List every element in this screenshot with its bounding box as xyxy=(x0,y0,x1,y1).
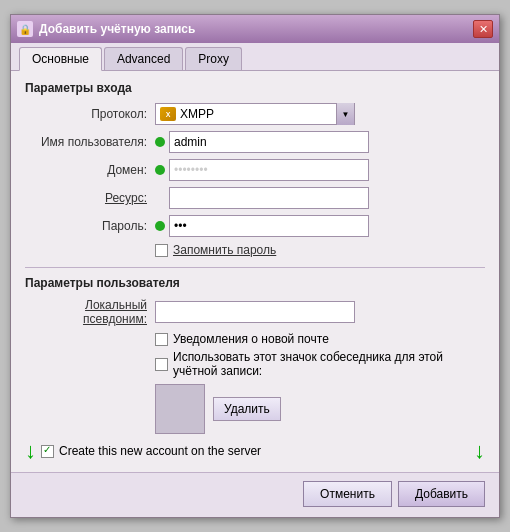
notify-checkbox[interactable] xyxy=(155,333,168,346)
arrow-left-icon: ↓ xyxy=(25,440,36,462)
remember-label: Запомнить пароль xyxy=(173,243,276,257)
delete-button[interactable]: Удалить xyxy=(213,397,281,421)
resource-input[interactable] xyxy=(169,187,369,209)
window-title: Добавить учётную запись xyxy=(39,22,195,36)
password-label: Пароль: xyxy=(25,219,155,233)
resource-label: Ресурс: xyxy=(25,191,155,205)
tab-basic[interactable]: Основные xyxy=(19,47,102,71)
protocol-row: Протокол: X XMPP ▼ xyxy=(25,103,485,125)
arrow-right-icon: ↓ xyxy=(474,440,485,462)
tab-proxy[interactable]: Proxy xyxy=(185,47,242,70)
notify-label: Уведомления о новой почте xyxy=(173,332,329,346)
tabs-bar: Основные Advanced Proxy xyxy=(11,43,499,71)
avatar-area: Удалить xyxy=(155,384,485,434)
nickname-input[interactable] xyxy=(155,301,355,323)
cancel-button[interactable]: Отменить xyxy=(303,481,392,507)
nickname-row: Локальный псевдоним: xyxy=(25,298,485,326)
use-icon-row: Использовать этот значок собеседника для… xyxy=(155,350,485,378)
section-divider xyxy=(25,267,485,268)
create-account-checkbox[interactable] xyxy=(41,445,54,458)
titlebar: 🔒 Добавить учётную запись ✕ xyxy=(11,15,499,43)
use-icon-label: Использовать этот значок собеседника для… xyxy=(173,350,485,378)
close-button[interactable]: ✕ xyxy=(473,20,493,38)
notify-row: Уведомления о новой почте xyxy=(155,332,485,346)
username-input[interactable] xyxy=(169,131,369,153)
protocol-select[interactable]: X XMPP ▼ xyxy=(155,103,355,125)
username-label: Имя пользователя: xyxy=(25,135,155,149)
password-input[interactable] xyxy=(169,215,369,237)
user-section-title: Параметры пользователя xyxy=(25,276,485,290)
add-button[interactable]: Добавить xyxy=(398,481,485,507)
create-account-row: ↓ Create this new account on the server xyxy=(25,440,261,462)
password-row: Пароль: xyxy=(25,215,485,237)
domain-input[interactable] xyxy=(169,159,369,181)
protocol-value: XMPP xyxy=(180,107,214,121)
password-status-dot xyxy=(155,221,165,231)
avatar xyxy=(155,384,205,434)
domain-status-dot xyxy=(155,165,165,175)
tab-advanced[interactable]: Advanced xyxy=(104,47,183,70)
username-row: Имя пользователя: xyxy=(25,131,485,153)
remember-row: Запомнить пароль xyxy=(155,243,485,257)
bottom-row: ↓ Create this new account on the server … xyxy=(25,440,485,462)
window-icon: 🔒 xyxy=(17,21,33,37)
username-status-dot xyxy=(155,137,165,147)
protocol-label: Протокол: xyxy=(25,107,155,121)
domain-row: Домен: xyxy=(25,159,485,181)
protocol-dropdown-arrow[interactable]: ▼ xyxy=(336,103,354,125)
domain-label: Домен: xyxy=(25,163,155,177)
button-row: Отменить Добавить xyxy=(11,472,499,517)
tab-content: Параметры входа Протокол: X XMPP ▼ Имя п… xyxy=(11,71,499,472)
xmpp-icon: X xyxy=(160,107,176,121)
resource-row: Ресурс: xyxy=(25,187,485,209)
remember-checkbox[interactable] xyxy=(155,244,168,257)
dialog-window: 🔒 Добавить учётную запись ✕ Основные Adv… xyxy=(10,14,500,518)
nickname-label: Локальный псевдоним: xyxy=(25,298,155,326)
use-icon-checkbox[interactable] xyxy=(155,358,168,371)
create-account-label: Create this new account on the server xyxy=(59,444,261,458)
login-section-title: Параметры входа xyxy=(25,81,485,95)
